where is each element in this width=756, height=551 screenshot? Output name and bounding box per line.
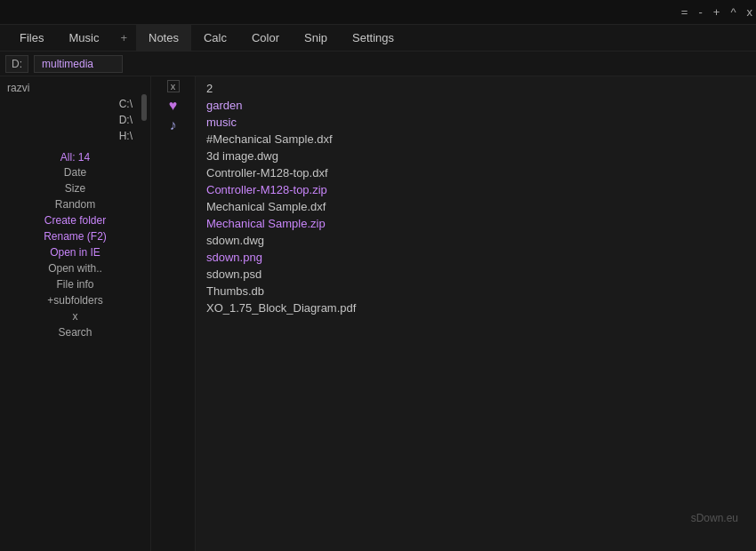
main-layout: razvi C:\ D:\ H:\ All: 14 Date Size Rand… [0,76,756,551]
file-item[interactable]: sdown.psd [203,266,749,283]
drive-c[interactable]: C:\ [0,96,150,112]
create-folder-btn[interactable]: Create folder [41,213,109,228]
watermark: sDown.eu [691,512,738,524]
subfolders-btn[interactable]: +subfolders [44,293,106,307]
menu-music[interactable]: Music [56,25,111,52]
path-value[interactable]: multimedia [34,55,123,73]
file-item[interactable]: Mechanical Sample.dxf [203,198,749,215]
sort-size[interactable]: Size [61,181,89,196]
scrollbar-thumb[interactable] [141,94,147,121]
drive-list: C:\ D:\ H:\ [0,96,150,144]
left-panel: razvi C:\ D:\ H:\ All: 14 Date Size Rand… [0,76,151,551]
drive-label[interactable]: D: [5,55,28,73]
menu-settings[interactable]: Settings [340,25,406,52]
menu-color[interactable]: Color [239,25,292,52]
open-with-btn[interactable]: Open with.. [44,261,106,276]
file-item[interactable]: XO_1.75_Block_Diagram.pdf [203,299,749,316]
music-icon[interactable]: ♪ [170,117,177,133]
menu-files[interactable]: Files [7,25,56,52]
top-bar: = - + ^ x [0,0,756,25]
file-item[interactable]: garden [203,97,749,114]
user-label: razvi [0,80,150,96]
sort-date[interactable]: Date [60,165,90,180]
file-info-btn[interactable]: File info [52,277,97,291]
open-ie-btn[interactable]: Open in IE [46,245,104,260]
file-item[interactable]: Thumbs.db [203,283,749,299]
mid-panel: x ♥ ♪ [151,76,196,551]
file-item[interactable]: 2 [203,80,749,97]
file-panel: 2 garden music #Mechanical Sample.dxf 3d… [196,76,756,551]
search-btn[interactable]: Search [54,325,95,339]
close-btn[interactable]: x [747,5,753,19]
file-item[interactable]: sdown.png [203,249,749,266]
address-bar: D: multimedia [0,52,756,76]
minimize-btn[interactable]: - [698,5,702,19]
all-stat: All: 14 [60,151,90,164]
equals-btn[interactable]: = [681,5,688,19]
menu-bar: Files Music + Notes Calc Color Snip Sett… [0,25,756,52]
file-item[interactable]: Mechanical Sample.zip [203,215,749,232]
menu-notes[interactable]: Notes [136,25,191,52]
window-controls: = - + ^ x [681,5,752,19]
rename-btn[interactable]: Rename (F2) [40,229,110,244]
file-item[interactable]: 3d image.dwg [203,148,749,164]
heart-icon[interactable]: ♥ [169,98,178,114]
mid-icons: ♥ ♪ [169,98,178,133]
sort-random[interactable]: Random [52,197,99,212]
file-item[interactable]: Controller-M128-top.zip [203,181,749,198]
caret-btn[interactable]: ^ [730,5,736,19]
menu-add-tab[interactable]: + [111,25,136,52]
file-item[interactable]: #Mechanical Sample.dxf [203,131,749,148]
file-item[interactable]: music [203,114,749,131]
file-item[interactable]: Controller-M128-top.dxf [203,164,749,181]
x-btn[interactable]: x [69,309,82,323]
menu-snip[interactable]: Snip [292,25,340,52]
mid-close-btn[interactable]: x [167,80,180,92]
plus-btn[interactable]: + [713,5,720,19]
menu-calc[interactable]: Calc [191,25,239,52]
left-actions: All: 14 Date Size Random Create folder R… [0,151,150,339]
drive-h[interactable]: H:\ [0,128,150,144]
file-item[interactable]: sdown.dwg [203,232,749,249]
drive-d[interactable]: D:\ [0,112,150,128]
